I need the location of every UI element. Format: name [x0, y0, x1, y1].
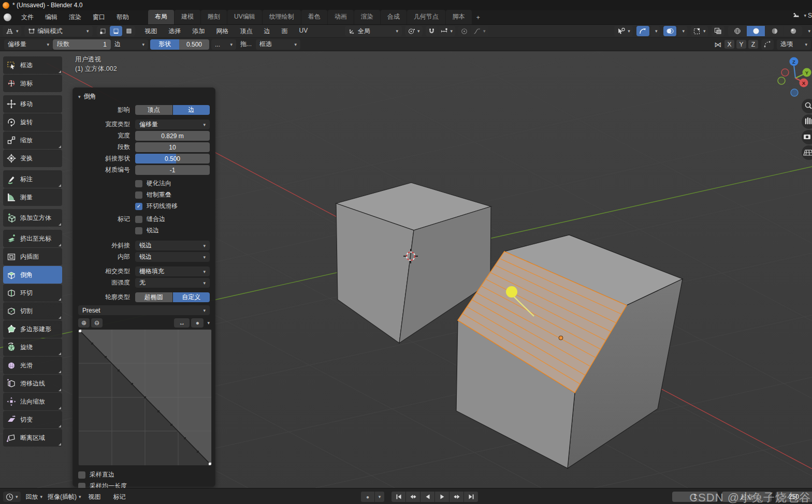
jump-to-start-button[interactable] [392, 492, 405, 502]
3d-viewport[interactable]: Z Y X 用户透视 (1) 立方体.002 框选 [0, 51, 812, 488]
local-view-dropdown[interactable]: ▾ [691, 26, 708, 36]
tab-scripting[interactable]: 脚本 [446, 10, 472, 24]
menu-add[interactable]: 添加 [187, 27, 211, 36]
tab-sculpting[interactable]: 雕刻 [201, 10, 227, 24]
menu-render[interactable]: 渲染 [63, 13, 87, 22]
tab-rendering[interactable]: 渲染 [354, 10, 380, 24]
shading-material-button[interactable] [765, 26, 784, 36]
menu-edit[interactable]: 编辑 [39, 13, 63, 22]
menu-window[interactable]: 窗口 [87, 13, 111, 22]
segments-field[interactable]: 段数 1 [53, 39, 111, 50]
jump-to-end-button[interactable] [464, 492, 478, 502]
tool-shear[interactable]: 切变 [3, 411, 62, 428]
tool-shrink-fatten[interactable]: 法向缩放 [3, 393, 62, 410]
material-index-field[interactable]: -1 [135, 165, 210, 175]
proportional-falloff-dropdown[interactable]: ▾ [471, 26, 488, 36]
curve-handle-type-button[interactable]: ● [191, 318, 204, 328]
bevel-width-type-dropdown[interactable]: 偏移量 ▾ [4, 39, 53, 50]
tool-move[interactable]: 移动 [3, 95, 62, 113]
mode-selector[interactable]: 编辑模式 ▾ [24, 26, 93, 36]
options-dropdown[interactable]: 选项 ▾ [777, 39, 811, 50]
curve-zoom-out-button[interactable]: ⊖ [91, 318, 103, 328]
intersection-type-dropdown[interactable]: 栅格填充 ▾ [135, 266, 210, 276]
tool-bevel[interactable]: 倒角 [3, 266, 62, 284]
gizmos-dropdown[interactable]: ▾ [650, 26, 660, 36]
tool-annotate[interactable]: 标注 [3, 170, 62, 188]
play-button[interactable] [435, 492, 449, 502]
mark-seams-checkbox[interactable]: 缝合边 [135, 215, 165, 224]
tool-add-cube[interactable]: 添加立方体 [3, 209, 62, 227]
tool-inset-faces[interactable]: 内插面 [3, 248, 62, 265]
pivot-point-dropdown[interactable]: ▾ [405, 26, 423, 36]
tool-knife[interactable]: 切割 [3, 302, 62, 320]
auto-keying-dropdown[interactable]: ▾ [375, 492, 384, 502]
menu-edge[interactable]: 边 [258, 27, 276, 36]
panel-header[interactable]: ▾ 倒角 [78, 92, 210, 101]
xray-toggle-button[interactable] [712, 26, 724, 36]
tool-cursor[interactable]: 游标 [3, 75, 62, 92]
face-strength-dropdown[interactable]: 无 ▾ [135, 278, 210, 288]
menu-keying[interactable]: 抠像(插帧) ▾ [48, 493, 81, 501]
width-field[interactable]: 0.829 m [135, 131, 210, 141]
play-reverse-button[interactable] [421, 492, 434, 502]
axis-neg-y-ball[interactable] [778, 77, 785, 84]
tool-extrude[interactable]: 挤出至光标 [3, 230, 62, 247]
frame-start-field[interactable]: 起点 [722, 492, 772, 502]
auto-keying-button[interactable]: ● [361, 492, 374, 502]
shading-rendered-button[interactable] [784, 26, 802, 36]
influence-edges-button[interactable]: 边 [173, 105, 210, 115]
miter-shape-slider[interactable]: 0.500 [135, 154, 210, 164]
drag-select-dropdown[interactable]: 框选 ▾ [256, 39, 300, 50]
tool-measure[interactable]: 测量 [3, 188, 62, 206]
menu-face[interactable]: 面 [276, 27, 294, 36]
editor-type-button[interactable]: ▾ [3, 26, 21, 36]
face-select-button[interactable] [123, 26, 135, 36]
menu-playback[interactable]: 回放 ▾ [26, 493, 43, 501]
loop-slide-checkbox[interactable]: ✓ 环切线滑移 [135, 202, 178, 211]
curve-zoom-in-button[interactable]: ⊕ [78, 318, 90, 328]
mirror-icon[interactable]: ⋈ [714, 40, 721, 49]
affect-dropdown[interactable]: 边 ▾ [111, 39, 148, 50]
preset-dropdown[interactable]: Preset ▾ [78, 305, 210, 315]
tab-modeling[interactable]: 建模 [175, 10, 200, 24]
add-workspace-button[interactable]: + [472, 11, 484, 24]
axis-neg-x-ball[interactable] [781, 69, 789, 76]
curve-handle-start[interactable] [79, 330, 81, 332]
shading-wireframe-button[interactable] [728, 26, 746, 36]
custom-profile-curve-widget[interactable] [78, 329, 212, 466]
tool-edge-slide[interactable]: 滑移边线 [3, 375, 62, 392]
curve-handle-end[interactable] [209, 463, 211, 465]
next-keyframe-button[interactable] [450, 492, 463, 502]
influence-vertices-button[interactable]: 顶点 [135, 105, 172, 115]
inner-miter-dropdown[interactable]: 锐边 ▾ [135, 252, 210, 262]
tab-texture-paint[interactable]: 纹理绘制 [263, 10, 301, 24]
snap-with-dropdown[interactable]: ▾ [438, 26, 456, 36]
current-frame-field[interactable]: 1 [672, 492, 718, 502]
menu-file[interactable]: 文件 [16, 13, 39, 22]
segments-field[interactable]: 10 [135, 142, 210, 152]
frame-end-field[interactable]: 250 [776, 492, 812, 502]
profile-custom-button[interactable]: 自定义 [173, 292, 210, 302]
vertex-select-button[interactable] [97, 26, 109, 36]
curve-extend-button[interactable]: ↔ [174, 318, 190, 328]
tab-geometry-nodes[interactable]: 几何节点 [407, 10, 445, 24]
proportional-editing-button[interactable] [458, 26, 470, 36]
scene-selector[interactable]: ▾ S [792, 11, 812, 20]
overlays-dropdown[interactable]: ▾ [677, 26, 687, 36]
tool-box-select[interactable]: 框选 [3, 56, 62, 74]
mirror-y-button[interactable]: Y [736, 40, 746, 49]
menu-view[interactable]: 视图 [139, 27, 163, 36]
axis-neg-z-ball[interactable] [791, 89, 798, 96]
menu-markers[interactable]: 标记 [113, 493, 126, 501]
tab-compositing[interactable]: 合成 [381, 10, 407, 24]
profile-superellipse-button[interactable]: 超椭圆 [135, 292, 172, 302]
menu-uv[interactable]: UV [294, 27, 314, 36]
sample-even-checkbox[interactable]: 采样均一长度 [78, 482, 127, 488]
outer-miter-dropdown[interactable]: 锐边 ▾ [135, 241, 210, 250]
tool-loop-cut[interactable]: 环切 [3, 284, 62, 302]
menu-vertex[interactable]: 顶点 [235, 27, 258, 36]
clamp-overlap-checkbox[interactable]: 钳制重叠 [135, 190, 171, 199]
snap-base-button[interactable] [761, 39, 774, 50]
blender-menu-icon[interactable] [4, 13, 11, 21]
menu-select[interactable]: 选择 [163, 27, 187, 36]
